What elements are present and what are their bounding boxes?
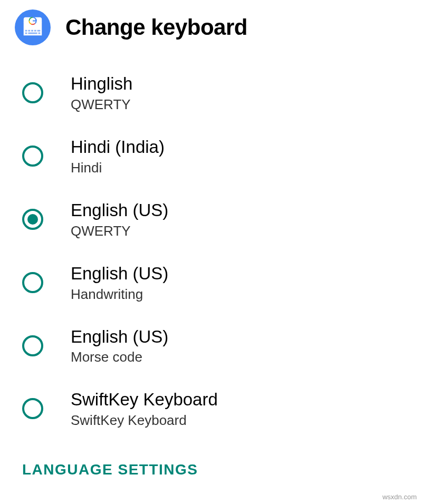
keyboard-sublabel: QWERTY	[71, 223, 168, 239]
radio-button[interactable]	[22, 82, 43, 103]
keyboard-option-text: English (US) Morse code	[71, 326, 168, 366]
keyboard-label: English (US)	[71, 199, 168, 222]
keyboard-sublabel: Hindi	[71, 160, 165, 176]
keyboard-option[interactable]: SwiftKey Keyboard SwiftKey Keyboard	[0, 378, 422, 441]
keyboard-option-text: English (US) QWERTY	[71, 199, 168, 239]
svg-rect-0	[25, 33, 27, 34]
keyboard-option-text: English (US) Handwriting	[71, 263, 168, 303]
keyboard-sublabel: SwiftKey Keyboard	[71, 412, 218, 429]
svg-rect-2	[39, 33, 41, 34]
keyboard-option-text: Hinglish QWERTY	[71, 73, 132, 113]
watermark: wsxdn.com	[382, 493, 417, 501]
radio-button[interactable]	[22, 272, 43, 293]
keyboard-label: SwiftKey Keyboard	[71, 389, 218, 411]
keyboard-sublabel: Handwriting	[71, 286, 168, 303]
keyboard-sublabel: QWERTY	[71, 96, 132, 113]
svg-rect-6	[34, 30, 36, 32]
section-header-language-settings[interactable]: LANGUAGE SETTINGS	[0, 441, 422, 478]
keyboard-option-text: Hindi (India) Hindi	[71, 136, 165, 176]
keyboard-option[interactable]: English (US) Handwriting	[0, 252, 422, 315]
dialog-title: Change keyboard	[65, 15, 247, 40]
radio-button[interactable]	[22, 335, 43, 356]
keyboard-option[interactable]: Hindi (India) Hindi	[0, 125, 422, 189]
keyboard-label: Hindi (India)	[71, 136, 165, 159]
keyboard-label: Hinglish	[71, 73, 132, 95]
radio-button-selected[interactable]	[22, 209, 43, 230]
keyboard-option-text: SwiftKey Keyboard SwiftKey Keyboard	[71, 389, 218, 429]
keyboard-option[interactable]: Hinglish QWERTY	[0, 62, 422, 125]
svg-rect-7	[37, 30, 41, 32]
svg-rect-3	[25, 30, 27, 32]
keyboard-label: English (US)	[71, 326, 168, 348]
svg-rect-13	[33, 21, 36, 22]
keyboard-option[interactable]: English (US) Morse code	[0, 315, 422, 379]
keyboard-sublabel: Morse code	[71, 349, 168, 365]
svg-rect-1	[28, 33, 37, 34]
svg-rect-5	[31, 30, 33, 32]
keyboard-option[interactable]: English (US) QWERTY	[0, 189, 422, 252]
keyboard-g-icon	[21, 15, 45, 40]
dialog-header: Change keyboard	[0, 0, 422, 56]
keyboard-label: English (US)	[71, 263, 168, 285]
radio-button[interactable]	[22, 146, 43, 167]
keyboard-list: Hinglish QWERTY Hindi (India) Hindi Engl…	[0, 56, 422, 441]
svg-rect-4	[28, 30, 30, 32]
gboard-app-icon	[15, 9, 51, 45]
radio-button[interactable]	[22, 398, 43, 419]
